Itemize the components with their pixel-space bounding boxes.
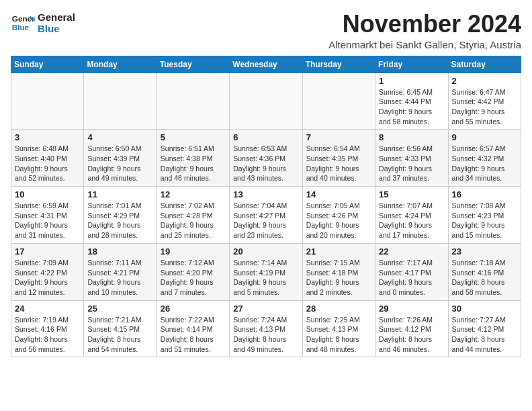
header-monday: Monday	[84, 56, 157, 73]
day-info: Sunrise: 7:25 AM Sunset: 4:13 PM Dayligh…	[306, 315, 371, 355]
calendar-cell: 8Sunrise: 6:56 AM Sunset: 4:33 PM Daylig…	[375, 130, 448, 187]
day-number: 24	[15, 304, 80, 314]
header-saturday: Saturday	[448, 56, 521, 73]
calendar-cell	[302, 73, 375, 130]
day-number: 11	[87, 189, 152, 199]
day-info: Sunrise: 7:12 AM Sunset: 4:20 PM Dayligh…	[161, 258, 226, 298]
calendar-cell: 12Sunrise: 7:02 AM Sunset: 4:28 PM Dayli…	[157, 187, 229, 244]
calendar-cell: 11Sunrise: 7:01 AM Sunset: 4:29 PM Dayli…	[84, 187, 157, 244]
calendar-cell: 17Sunrise: 7:09 AM Sunset: 4:22 PM Dayli…	[11, 243, 84, 300]
calendar-cell: 20Sunrise: 7:14 AM Sunset: 4:19 PM Dayli…	[230, 243, 302, 300]
day-info: Sunrise: 7:07 AM Sunset: 4:24 PM Dayligh…	[379, 201, 444, 240]
calendar-cell: 19Sunrise: 7:12 AM Sunset: 4:20 PM Dayli…	[157, 243, 229, 300]
day-info: Sunrise: 7:02 AM Sunset: 4:28 PM Dayligh…	[161, 201, 226, 240]
logo-icon: General Blue	[11, 11, 35, 35]
day-info: Sunrise: 7:26 AM Sunset: 4:12 PM Dayligh…	[379, 315, 444, 355]
day-number: 19	[161, 246, 226, 257]
day-info: Sunrise: 6:47 AM Sunset: 4:42 PM Dayligh…	[452, 87, 517, 127]
day-info: Sunrise: 7:11 AM Sunset: 4:21 PM Dayligh…	[87, 258, 152, 298]
calendar-body: 1Sunrise: 6:45 AM Sunset: 4:44 PM Daylig…	[11, 73, 521, 357]
calendar-cell: 14Sunrise: 7:05 AM Sunset: 4:26 PM Dayli…	[302, 187, 375, 244]
day-number: 13	[233, 189, 298, 199]
calendar-cell: 4Sunrise: 6:50 AM Sunset: 4:39 PM Daylig…	[84, 130, 157, 187]
svg-text:Blue: Blue	[12, 23, 30, 32]
day-info: Sunrise: 7:05 AM Sunset: 4:26 PM Dayligh…	[306, 201, 371, 240]
day-number: 17	[15, 246, 80, 257]
day-number: 22	[379, 246, 444, 257]
day-info: Sunrise: 7:21 AM Sunset: 4:15 PM Dayligh…	[87, 315, 152, 355]
header-friday: Friday	[375, 56, 448, 73]
header-thursday: Thursday	[302, 56, 375, 73]
calendar-cell: 2Sunrise: 6:47 AM Sunset: 4:42 PM Daylig…	[448, 73, 521, 130]
week-row-1: 3Sunrise: 6:48 AM Sunset: 4:40 PM Daylig…	[11, 130, 521, 187]
location: Altenmarkt bei Sankt Gallen, Styria, Aus…	[328, 39, 521, 50]
day-number: 21	[306, 246, 371, 257]
calendar-cell: 23Sunrise: 7:18 AM Sunset: 4:16 PM Dayli…	[448, 243, 521, 300]
calendar-cell: 7Sunrise: 6:54 AM Sunset: 4:35 PM Daylig…	[302, 130, 375, 187]
day-number: 8	[379, 132, 444, 142]
week-row-2: 10Sunrise: 6:59 AM Sunset: 4:31 PM Dayli…	[11, 187, 521, 244]
calendar-cell: 25Sunrise: 7:21 AM Sunset: 4:15 PM Dayli…	[84, 300, 157, 357]
calendar-cell: 26Sunrise: 7:22 AM Sunset: 4:14 PM Dayli…	[157, 300, 229, 357]
day-info: Sunrise: 7:19 AM Sunset: 4:16 PM Dayligh…	[15, 315, 80, 355]
day-number: 6	[233, 132, 298, 142]
day-info: Sunrise: 7:22 AM Sunset: 4:14 PM Dayligh…	[161, 315, 226, 355]
logo: General Blue General Blue	[11, 11, 75, 35]
calendar-cell: 3Sunrise: 6:48 AM Sunset: 4:40 PM Daylig…	[11, 130, 84, 187]
day-number: 18	[87, 246, 152, 257]
logo-line1: General	[38, 11, 75, 23]
calendar-cell	[230, 73, 302, 130]
calendar-cell: 29Sunrise: 7:26 AM Sunset: 4:12 PM Dayli…	[375, 300, 448, 357]
title-area: November 2024 Altenmarkt bei Sankt Galle…	[328, 11, 521, 50]
day-number: 4	[87, 132, 152, 142]
day-number: 23	[452, 246, 517, 257]
day-info: Sunrise: 6:59 AM Sunset: 4:31 PM Dayligh…	[15, 201, 80, 240]
day-number: 20	[233, 246, 298, 257]
day-info: Sunrise: 6:45 AM Sunset: 4:44 PM Dayligh…	[379, 87, 444, 127]
day-info: Sunrise: 7:01 AM Sunset: 4:29 PM Dayligh…	[87, 201, 152, 240]
day-info: Sunrise: 6:51 AM Sunset: 4:38 PM Dayligh…	[161, 144, 226, 183]
calendar-cell: 27Sunrise: 7:24 AM Sunset: 4:13 PM Dayli…	[230, 300, 302, 357]
logo-line2: Blue	[38, 23, 75, 34]
day-number: 14	[306, 189, 371, 199]
header-wednesday: Wednesday	[230, 56, 302, 73]
day-number: 10	[15, 189, 80, 199]
calendar-cell	[11, 73, 84, 130]
calendar-header-row: SundayMondayTuesdayWednesdayThursdayFrid…	[11, 56, 521, 73]
calendar-cell: 24Sunrise: 7:19 AM Sunset: 4:16 PM Dayli…	[11, 300, 84, 357]
day-info: Sunrise: 6:53 AM Sunset: 4:36 PM Dayligh…	[233, 144, 298, 183]
day-number: 27	[233, 304, 298, 314]
calendar-cell: 5Sunrise: 6:51 AM Sunset: 4:38 PM Daylig…	[157, 130, 229, 187]
calendar-cell: 15Sunrise: 7:07 AM Sunset: 4:24 PM Dayli…	[375, 187, 448, 244]
day-info: Sunrise: 6:57 AM Sunset: 4:32 PM Dayligh…	[452, 144, 517, 183]
day-info: Sunrise: 7:17 AM Sunset: 4:17 PM Dayligh…	[379, 258, 444, 298]
day-info: Sunrise: 6:56 AM Sunset: 4:33 PM Dayligh…	[379, 144, 444, 183]
day-number: 28	[306, 304, 371, 314]
day-number: 2	[452, 76, 517, 86]
calendar-cell: 1Sunrise: 6:45 AM Sunset: 4:44 PM Daylig…	[375, 73, 448, 130]
calendar-cell: 6Sunrise: 6:53 AM Sunset: 4:36 PM Daylig…	[230, 130, 302, 187]
day-info: Sunrise: 6:54 AM Sunset: 4:35 PM Dayligh…	[306, 144, 371, 183]
calendar-cell: 18Sunrise: 7:11 AM Sunset: 4:21 PM Dayli…	[84, 243, 157, 300]
calendar-cell: 22Sunrise: 7:17 AM Sunset: 4:17 PM Dayli…	[375, 243, 448, 300]
day-info: Sunrise: 7:04 AM Sunset: 4:27 PM Dayligh…	[233, 201, 298, 240]
day-number: 7	[306, 132, 371, 142]
day-info: Sunrise: 7:18 AM Sunset: 4:16 PM Dayligh…	[452, 258, 517, 298]
day-number: 29	[379, 304, 444, 314]
day-number: 16	[452, 189, 517, 199]
week-row-0: 1Sunrise: 6:45 AM Sunset: 4:44 PM Daylig…	[11, 73, 521, 130]
day-number: 30	[452, 304, 517, 314]
calendar-cell	[157, 73, 229, 130]
calendar-cell: 30Sunrise: 7:27 AM Sunset: 4:12 PM Dayli…	[448, 300, 521, 357]
month-year: November 2024	[328, 11, 521, 38]
day-number: 12	[161, 189, 226, 199]
header-sunday: Sunday	[11, 56, 84, 73]
week-row-3: 17Sunrise: 7:09 AM Sunset: 4:22 PM Dayli…	[11, 243, 521, 300]
calendar-cell: 10Sunrise: 6:59 AM Sunset: 4:31 PM Dayli…	[11, 187, 84, 244]
day-info: Sunrise: 6:50 AM Sunset: 4:39 PM Dayligh…	[87, 144, 152, 183]
day-number: 3	[15, 132, 80, 142]
calendar-cell: 9Sunrise: 6:57 AM Sunset: 4:32 PM Daylig…	[448, 130, 521, 187]
day-info: Sunrise: 7:08 AM Sunset: 4:23 PM Dayligh…	[452, 201, 517, 240]
calendar-cell: 16Sunrise: 7:08 AM Sunset: 4:23 PM Dayli…	[448, 187, 521, 244]
calendar-cell: 13Sunrise: 7:04 AM Sunset: 4:27 PM Dayli…	[230, 187, 302, 244]
